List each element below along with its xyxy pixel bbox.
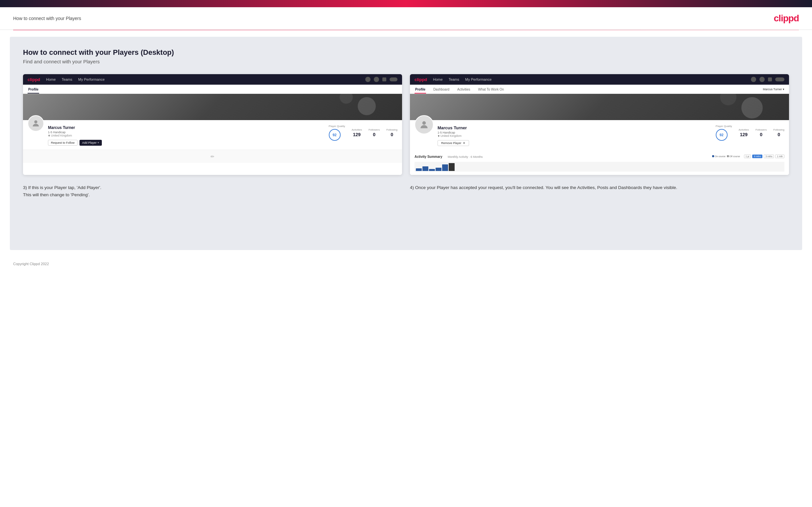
banner-decor-4 xyxy=(720,94,737,105)
stat-activities-2: Activities 129 xyxy=(739,128,749,137)
filter-6mths[interactable]: 6 mths xyxy=(752,155,762,158)
svg-point-1 xyxy=(422,121,426,125)
location-text-2: United Kingdom xyxy=(441,134,461,137)
nav-home-2: Home xyxy=(433,77,443,81)
svg-point-0 xyxy=(34,120,37,123)
player-location-1: United Kingdom xyxy=(48,134,102,137)
remove-player-button[interactable]: Remove Player ✕ xyxy=(438,140,469,146)
top-bar xyxy=(0,0,812,7)
tab-profile-1[interactable]: Profile xyxy=(28,86,39,94)
captions-row: 3) If this is your Player tap, 'Add Play… xyxy=(23,184,789,198)
player-location-2: United Kingdom xyxy=(438,134,469,137)
profile-banner-1 xyxy=(23,94,402,120)
stat-followers-2: Followers 0 xyxy=(756,128,767,137)
tab-bar-1: Profile xyxy=(23,84,402,94)
screenshot-1: clippd Home Teams My Performance Profile xyxy=(23,74,402,175)
player-buttons-2: Remove Player ✕ xyxy=(438,140,469,146)
filter-3mths[interactable]: 3 mths xyxy=(764,155,774,158)
tab-activities-2[interactable]: Activities xyxy=(457,86,471,94)
stats-section-2: Player Quality 92 Activities 129 Followe… xyxy=(716,123,784,141)
add-player-button[interactable]: Add Player + xyxy=(80,140,102,146)
caption-3-container: 3) If this is your Player tap, 'Add Play… xyxy=(23,184,402,198)
location-icon-2 xyxy=(438,135,440,137)
avatar-circle-1 xyxy=(28,115,44,131)
activity-chart xyxy=(414,162,784,172)
location-icon-1 xyxy=(48,134,50,137)
app-logo-1: clippd xyxy=(28,77,40,82)
caption-4-text: 4) Once your Player has accepted your re… xyxy=(410,184,789,191)
stat-following-label-2: Following xyxy=(773,128,784,131)
filter-1yr[interactable]: 1 yr xyxy=(744,155,751,158)
marcus-turner-label: Marcus Turner ▾ xyxy=(763,86,784,94)
app-nav-2: clippd Home Teams My Performance xyxy=(410,74,789,84)
stat-activities-1: Activities 129 xyxy=(351,128,362,137)
page-subheading: Find and connect with your Players xyxy=(23,59,789,64)
filter-1mth[interactable]: 1 mth xyxy=(775,155,784,158)
stat-following-label-1: Following xyxy=(386,128,398,131)
location-text-1: United Kingdom xyxy=(51,134,72,137)
player-buttons-1: Request to Follow Add Player + xyxy=(48,140,102,146)
bottom-strip-1: ✏ xyxy=(23,150,402,163)
stat-activities-label-1: Activities xyxy=(351,128,362,131)
player-handicap-2: 1-5 Handicap xyxy=(438,131,469,134)
tab-dashboard-2[interactable]: Dashboard xyxy=(433,86,450,94)
chart-bar-1 xyxy=(416,168,422,171)
stat-followers-label-1: Followers xyxy=(368,128,380,131)
player-name-2: Marcus Turner xyxy=(438,125,469,130)
nav-home-1: Home xyxy=(46,77,55,81)
player-details-1: Marcus Turner 1-5 Handicap United Kingdo… xyxy=(48,123,102,146)
remove-player-x-icon: ✕ xyxy=(463,142,465,145)
app-nav-1: clippd Home Teams My Performance xyxy=(23,74,402,84)
activity-filters: On course Off course 1 yr 6 mths 3 mths … xyxy=(712,155,784,158)
chart-bar-2 xyxy=(422,166,428,171)
user-icon-2 xyxy=(759,77,765,82)
stat-activities-value-1: 129 xyxy=(351,132,362,137)
stat-followers-1: Followers 0 xyxy=(368,128,380,137)
activity-labels: Activity Summary Monthly Activity · 6 Mo… xyxy=(414,153,483,159)
quality-1: Player Quality 92 xyxy=(329,125,345,141)
activity-header: Activity Summary Monthly Activity · 6 Mo… xyxy=(414,153,784,159)
player-handicap-1: 1-5 Handicap xyxy=(48,130,102,134)
stat-following-value-2: 0 xyxy=(773,132,784,137)
profile-banner-2 xyxy=(410,94,789,120)
tab-whattoworkon-2[interactable]: What To Work On xyxy=(477,86,505,94)
banner-decor-1 xyxy=(358,97,376,115)
player-details-2: Marcus Turner 1-5 Handicap United Kingdo… xyxy=(438,123,469,146)
search-icon-2 xyxy=(751,77,756,82)
activity-subtitle: Monthly Activity · 6 Months xyxy=(448,155,483,159)
nav-myperformance-1: My Performance xyxy=(78,77,105,81)
request-follow-button[interactable]: Request to Follow xyxy=(48,140,78,146)
stat-followers-value-1: 0 xyxy=(368,132,380,137)
settings-icon-2 xyxy=(768,77,772,81)
header-divider xyxy=(13,30,799,30)
header: How to connect with your Players clippd xyxy=(0,7,812,30)
on-course-dot xyxy=(712,155,714,157)
on-course-legend: On course xyxy=(712,155,725,158)
off-course-legend: Off course xyxy=(727,155,740,158)
chart-bar-4 xyxy=(436,168,442,171)
caption-4-container: 4) Once your Player has accepted your re… xyxy=(410,184,789,198)
stat-followers-label-2: Followers xyxy=(756,128,767,131)
quality-label-2: Player Quality xyxy=(716,125,732,128)
avatar-1 xyxy=(28,115,44,131)
nav-icons-1 xyxy=(365,77,398,82)
stat-following-1: Following 0 xyxy=(386,128,398,137)
off-course-label: Off course xyxy=(729,155,740,158)
stats-section-1: Player Quality 92 Activities 129 Followe… xyxy=(329,123,398,141)
off-course-dot xyxy=(727,155,729,157)
tab-profile-2[interactable]: Profile xyxy=(414,86,426,94)
footer: Copyright Clippd 2022 xyxy=(0,257,812,271)
activity-title: Activity Summary xyxy=(414,155,442,159)
chart-bar-5 xyxy=(442,164,448,171)
person-icon-1 xyxy=(31,119,40,128)
banner-decor-3 xyxy=(742,97,763,118)
stat-following-value-1: 0 xyxy=(386,132,398,137)
main-content: How to connect with your Players (Deskto… xyxy=(10,37,802,250)
nav-teams-1: Teams xyxy=(62,77,72,81)
person-icon-2 xyxy=(419,119,429,130)
stat-activities-value-2: 129 xyxy=(739,132,749,137)
profile-info-2: Marcus Turner 1-5 Handicap United Kingdo… xyxy=(410,120,789,150)
chart-bar-6 xyxy=(449,163,455,171)
banner-decor-2 xyxy=(340,94,353,104)
profile-info-1: Marcus Turner 1-5 Handicap United Kingdo… xyxy=(23,120,402,150)
